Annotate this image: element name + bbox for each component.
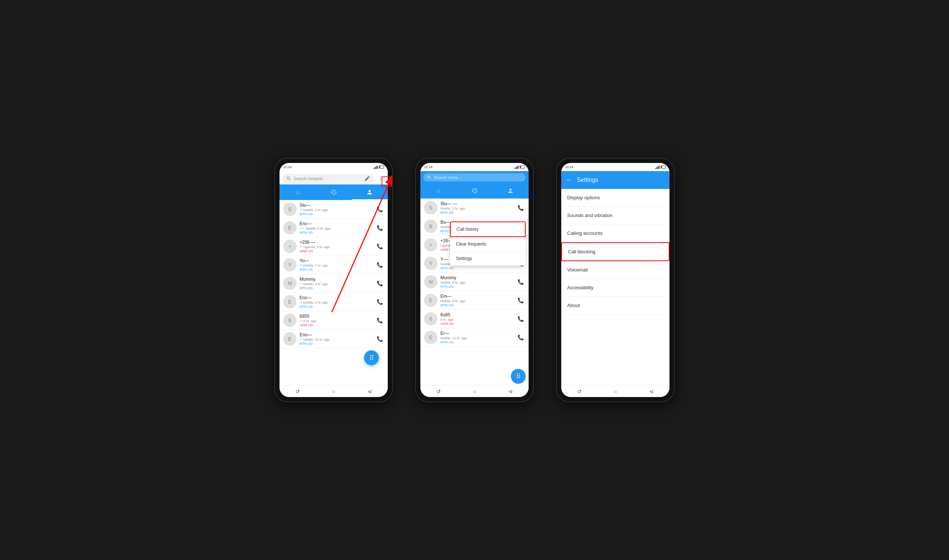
contact-info: Mummy ✓ Mobile, 8 hr. ago MTN UG xyxy=(299,277,375,290)
settings-voicemail[interactable]: Voicemail xyxy=(561,261,670,279)
avatar: E xyxy=(283,295,296,309)
settings-sounds-vibration[interactable]: Sounds and vibration xyxy=(561,207,670,225)
contact-sub: 9 hr. ago xyxy=(440,318,516,322)
settings-call-blocking[interactable]: Call blocking xyxy=(561,242,670,261)
contact-network: MTN UG xyxy=(299,231,375,234)
call-direction-icon: ↗ xyxy=(299,208,302,211)
tab-recents[interactable] xyxy=(315,185,352,200)
search-placeholder-2: Search conta... xyxy=(434,175,461,180)
contact-sub: ↗ Uganda, 6 hr. ago xyxy=(299,245,375,249)
tab-recents-2[interactable] xyxy=(456,183,492,198)
search-input-wrap-2[interactable]: Search conta... xyxy=(423,173,526,182)
contact-item[interactable]: M Mummy ✓ Mobile, 8 hr. ago MTN UG 📞 xyxy=(279,274,388,292)
call-button[interactable]: 📞 xyxy=(375,205,384,214)
nav-recents-2[interactable]: ⊲ xyxy=(508,389,513,394)
tab-favorites[interactable]: ☆ xyxy=(279,185,315,200)
battery-icon xyxy=(520,166,525,169)
mic-icon[interactable]: 🎤 xyxy=(364,176,370,181)
avatar: S xyxy=(424,201,437,214)
settings-accessibility[interactable]: Accessibility xyxy=(561,279,670,297)
back-button[interactable]: ← xyxy=(566,176,572,184)
fab-dialpad[interactable]: ⠿ xyxy=(364,350,379,365)
settings-display-options[interactable]: Display options xyxy=(561,189,670,207)
contact-network: MTN UG xyxy=(440,340,516,344)
more-menu-icon[interactable]: ⋮ xyxy=(376,174,385,183)
contact-list-1: S Stu— ↗ Mobile, 2 hr. ago MTN UG 📞 E En… xyxy=(279,200,388,368)
phone-3: 10:14 ← Settings Display options Sounds … xyxy=(556,158,675,402)
contact-network: MTN UG xyxy=(440,211,516,214)
tabs-2: ☆ xyxy=(420,183,529,198)
time-3: 10:14 xyxy=(565,165,574,169)
call-button[interactable]: 📞 xyxy=(516,333,525,342)
contact-item[interactable]: M Mummy Mobile, 8 hr. ago MTN UG 📞 xyxy=(420,272,529,291)
settings-calling-accounts[interactable]: Calling accounts xyxy=(561,225,670,242)
nav-home[interactable]: ○ xyxy=(332,389,335,394)
contact-item[interactable]: E Enc— ↗ Mobile, 9 hr. ago MTN UG 📞 xyxy=(279,292,388,311)
contact-item[interactable]: S Stu— ↗ Mobile, 2 hr. ago MTN UG 📞 xyxy=(279,200,388,218)
call-button[interactable]: 📞 xyxy=(516,277,525,286)
contact-name: Mummy xyxy=(440,275,516,280)
nav-back[interactable]: ↺ xyxy=(295,389,300,394)
dropdown-clear-frequents[interactable]: Clear frequents xyxy=(450,237,526,251)
contact-sub: ↗ 9 hr. ago xyxy=(299,319,375,323)
contact-name: Stu— — xyxy=(440,201,516,206)
status-icons-2 xyxy=(515,166,525,169)
nav-back-3[interactable]: ↺ xyxy=(577,389,582,394)
contact-item[interactable]: E Em— Mobile, 9 hr. ago MTN UG 📞 xyxy=(420,291,529,310)
contact-sub: ↗ Mobile, 7 hr. ago xyxy=(299,264,375,268)
nav-recents[interactable]: ⊲ xyxy=(367,389,372,394)
contact-network: MTN UG xyxy=(299,286,375,290)
fab-dialpad-2[interactable]: ⠿ xyxy=(511,369,526,384)
avatar: 6 xyxy=(283,314,296,327)
time-2: 10:14 xyxy=(424,165,433,169)
search-input-wrap-1[interactable]: Search contacts 🎤 xyxy=(282,174,373,183)
contact-name: Em— xyxy=(440,294,516,299)
dropdown-call-history[interactable]: Call history xyxy=(451,222,525,236)
tab-favorites-2[interactable]: ☆ xyxy=(420,183,456,198)
call-button[interactable]: 📞 xyxy=(516,296,525,305)
nav-home-2[interactable]: ○ xyxy=(473,389,476,394)
contact-item[interactable]: Y Yo— ↗ Mobile, 7 hr. ago MTN UG 📞 xyxy=(279,255,388,274)
call-button[interactable]: 📞 xyxy=(375,297,384,306)
call-button[interactable]: 📞 xyxy=(516,203,525,212)
call-direction-icon: ↗ xyxy=(299,301,302,304)
contact-sub: ↗ Mobile, 2 hr. ago xyxy=(299,208,375,212)
contact-info: Enc— ↗ Mobile, 9 hr. ago MTN UG xyxy=(299,295,375,309)
call-button[interactable]: 📞 xyxy=(516,314,525,323)
contact-item[interactable]: + +256 — ↗ Uganda, 6 hr. ago Airtel UG 📞 xyxy=(279,237,388,255)
tab-contacts[interactable] xyxy=(352,185,388,200)
battery-icon-3 xyxy=(660,166,666,169)
avatar: + xyxy=(424,238,437,251)
phone-2: 10:14 Search conta... ☆ xyxy=(415,158,534,402)
settings-about[interactable]: About xyxy=(561,297,670,314)
call-button[interactable]: 📞 xyxy=(375,223,384,232)
call-button[interactable]: 📞 xyxy=(375,334,384,343)
tab-contacts-2[interactable] xyxy=(493,183,529,198)
contact-sub: ✓↗ Mobile, 5 hr. ago xyxy=(299,227,375,230)
contact-item[interactable]: 6 6855 ↗ 9 hr. ago Airtel UG 📞 xyxy=(279,311,388,330)
contact-network: MTN UG xyxy=(440,303,516,307)
contact-name: Enc— xyxy=(299,221,375,226)
status-icons-1 xyxy=(373,166,384,169)
call-button[interactable]: 📞 xyxy=(375,316,384,325)
dropdown-settings[interactable]: Settings xyxy=(450,251,526,266)
contact-item[interactable]: E Eno— ↗ Mobile, 10 hr. ago MTN UG 📞 xyxy=(279,330,388,348)
contact-network: MTN UG xyxy=(299,212,375,216)
call-direction-icon: ✓ xyxy=(299,282,302,286)
call-button[interactable]: 📞 xyxy=(375,242,384,251)
contact-item[interactable]: E Enc— ✓↗ Mobile, 5 hr. ago MTN UG 📞 xyxy=(279,218,388,237)
nav-home-3[interactable]: ○ xyxy=(614,389,617,394)
contact-item[interactable]: E Er— Mobile, 10 hr. ago MTN UG 📞 xyxy=(420,328,529,347)
call-button[interactable]: 📞 xyxy=(375,260,384,269)
phone-1: 10:14 Search contacts 🎤 ⋮ xyxy=(274,158,393,402)
nav-back-2[interactable]: ↺ xyxy=(436,389,441,394)
call-direction-icon: ↗ xyxy=(299,338,302,341)
contact-info: Eno— ↗ Mobile, 10 hr. ago MTN UG xyxy=(299,332,375,346)
call-direction-icon: ↗ xyxy=(299,264,302,267)
contact-item[interactable]: S Stu— — Mobile, 2 hr. ago MTN UG 📞 xyxy=(420,198,529,217)
contact-item[interactable]: 6 6u85 9 hr. ago Airtel UG 📞 xyxy=(420,310,529,328)
call-button[interactable]: 📞 xyxy=(375,279,384,288)
contact-name: Enc— xyxy=(299,295,375,300)
nav-recents-3[interactable]: ⊲ xyxy=(649,389,654,394)
contact-info: Enc— ✓↗ Mobile, 5 hr. ago MTN UG xyxy=(299,221,375,234)
